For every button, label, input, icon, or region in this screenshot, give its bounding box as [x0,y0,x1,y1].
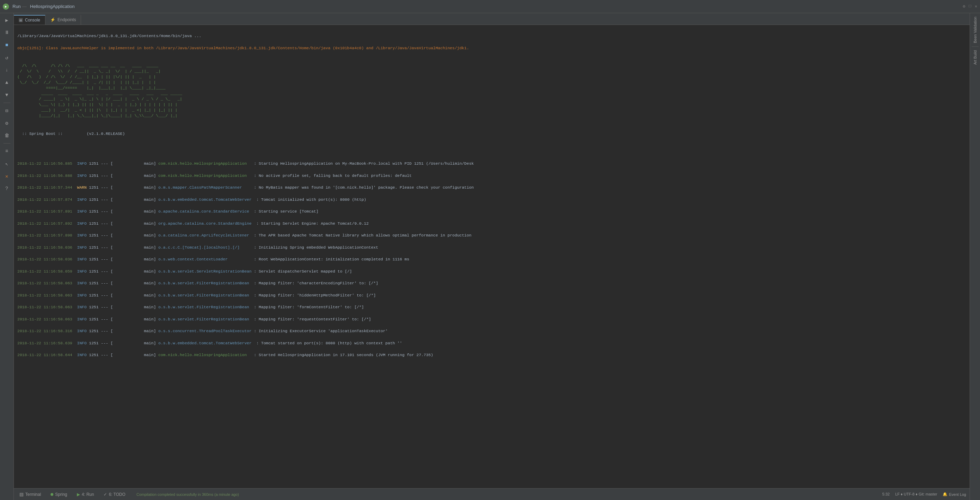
console-output[interactable]: /Library/Java/JavaVirtualMachines/jdk1.8… [14,25,970,488]
log-9: 2018-11-22 11:16:58.059 INFO 1251 --- [ … [18,268,966,274]
git-info: LF ♦ UTF-8 ♦ Git: master [895,492,937,497]
sidebar-rerun-icon[interactable]: ↺ [2,52,13,63]
blank-line [18,149,966,155]
terminal-label: Terminal [25,492,41,497]
minimize-icon[interactable]: ⚙ [963,4,965,9]
sidebar-filter-icon[interactable]: ⊟ [2,105,13,116]
log-13: 2018-11-22 11:16:58.063 INFO 1251 --- [ … [18,316,966,322]
topbar-close-icon[interactable]: ✕ [975,4,977,9]
sidebar-list-icon[interactable]: ≡ [2,145,13,157]
log-11: 2018-11-22 11:16:58.063 INFO 1251 --- [ … [18,292,966,298]
top-bar: ▶ Run — HellospringApplication ⚙ □ ✕ [0,0,980,13]
sidebar-close-icon[interactable]: ✕ [2,171,13,182]
maximize-icon[interactable]: □ [969,4,971,9]
event-log-button[interactable]: 🔔 Event Log [943,492,966,497]
event-log-label: Event Log [949,492,966,497]
endpoints-icon: ⚡ [50,18,56,22]
run-tab[interactable]: ▶ 4: Run [75,491,96,498]
content-area: ▤ Console ⚡ Endpoints /Library/Java/Java… [14,13,970,500]
main-layout: ▶ ⏸ ■ ↺ ↓ ▲ ▼ ⊟ ⚙ 🗑 ≡ ↖ ✕ ? ▤ Console ⚡ … [0,13,980,500]
right-sidebar: Been Validation Art Build [970,13,980,500]
header-line1: /Library/Java/JavaVirtualMachines/jdk1.8… [18,33,966,39]
spring-ascii-art: /\ /\ /\ /\ /\ ___ ____ ___ __ __ ____ _… [18,63,966,119]
spring-boot-label: :: Spring Boot :: (v2.1.0.RELEASE) [18,131,966,137]
log-15: 2018-11-22 11:16:58.639 INFO 1251 --- [ … [18,340,966,346]
sidebar-cursor-icon[interactable]: ↖ [2,158,13,169]
todo-tab[interactable]: ✓ 6: TODO [102,491,127,498]
status-text: Compilation completed successfully in 36… [137,492,239,497]
sidebar-scroll-down-icon[interactable]: ↓ [2,64,13,75]
log-4: 2018-11-22 11:16:57.891 INFO 1251 --- [ … [18,208,966,214]
log-1: 2018-11-22 11:16:56.888 INFO 1251 --- [ … [18,173,966,179]
sidebar-up-icon[interactable]: ▲ [2,77,13,88]
todo-label: 6: TODO [109,492,126,497]
sidebar-stop-icon[interactable]: ■ [2,40,13,51]
right-sidebar-validation[interactable]: Been Validation [973,14,977,45]
app-name: HellospringApplication [30,4,75,9]
left-sidebar: ▶ ⏸ ■ ↺ ↓ ▲ ▼ ⊟ ⚙ 🗑 ≡ ↖ ✕ ? [0,13,14,500]
log-14: 2018-11-22 11:16:58.316 INFO 1251 --- [ … [18,328,966,334]
spring-tab[interactable]: Spring [48,491,69,498]
sidebar-clear-icon[interactable]: 🗑 [2,130,13,141]
sidebar-settings-icon[interactable]: ⚙ [2,118,13,129]
tab-console-label: Console [25,18,40,22]
log-3: 2018-11-22 11:16:57.874 INFO 1251 --- [ … [18,196,966,203]
log-16: 2018-11-22 11:16:58.644 INFO 1251 --- [ … [18,352,966,358]
header-line2: objc[1251]: Class JavaLaunchHelper is im… [18,45,966,51]
left-divider2 [3,143,10,144]
tab-endpoints[interactable]: ⚡ Endpoints [45,15,81,25]
time-display: 5:32 [882,492,889,497]
run-tab-label: 4: Run [82,492,94,497]
right-divider [972,46,978,47]
log-8: 2018-11-22 11:16:58.036 INFO 1251 --- [ … [18,256,966,262]
top-bar-right: ⚙ □ ✕ [963,4,977,9]
app-title: Run [13,4,21,9]
title-separator: — [22,4,27,9]
tab-console[interactable]: ▤ Console [14,15,45,25]
sidebar-play-icon[interactable]: ▶ [2,14,13,26]
right-sidebar-build[interactable]: Art Build [973,48,977,67]
todo-icon: ✓ [103,492,107,497]
spring-dot-icon [51,493,53,496]
console-icon: ▤ [19,18,23,22]
log-5: 2018-11-22 11:16:57.892 INFO 1251 --- [ … [18,220,966,227]
run-play-icon: ▶ [77,492,80,497]
sidebar-down-icon[interactable]: ▼ [2,89,13,101]
spring-label: Spring [55,492,67,497]
terminal-icon: ▤ [19,492,24,497]
tabs-bar: ▤ Console ⚡ Endpoints [14,13,970,25]
log-6: 2018-11-22 11:16:57.898 INFO 1251 --- [ … [18,232,966,238]
log-0: 2018-11-22 11:16:56.885 INFO 1251 --- [ … [18,161,966,166]
spring-version: (v2.1.0.RELEASE) [87,131,125,136]
sidebar-pause-icon[interactable]: ⏸ [2,27,13,38]
app-icon: ▶ [3,3,9,10]
bottom-bar: ▤ Terminal Spring ▶ 4: Run ✓ 6: TODO Com… [14,488,970,500]
tab-endpoints-label: Endpoints [57,18,76,22]
log-7: 2018-11-22 11:16:58.036 INFO 1251 --- [ … [18,244,966,250]
sidebar-question-icon[interactable]: ? [2,183,13,194]
log-12: 2018-11-22 11:16:58.063 INFO 1251 --- [ … [18,304,966,310]
spring-boot-text: :: Spring Boot :: [22,131,63,136]
bottom-right: 5:32 LF ♦ UTF-8 ♦ Git: master 🔔 Event Lo… [882,492,966,497]
log-2: 2018-11-22 11:16:57.344 WARN 1251 --- [ … [18,184,966,190]
bell-icon: 🔔 [943,492,947,497]
terminal-tab[interactable]: ▤ Terminal [18,491,43,498]
log-10: 2018-11-22 11:16:58.063 INFO 1251 --- [ … [18,280,966,286]
